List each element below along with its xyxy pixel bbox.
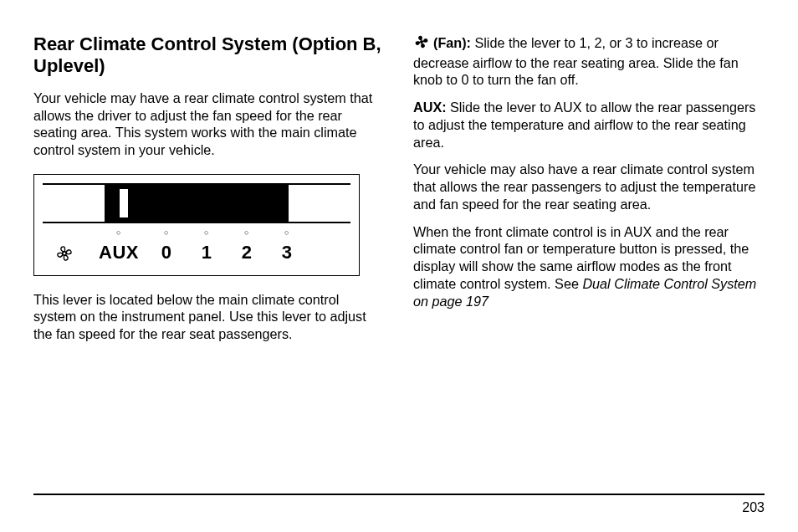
aux-mode-paragraph: When the front climate control is in AUX… (413, 223, 765, 310)
left-column: Rear Climate Control System (Option B, U… (33, 33, 385, 494)
pos-0-text: 0 (161, 242, 172, 263)
svg-point-1 (420, 40, 423, 43)
scale-pos-0: ○ 0 (146, 242, 187, 263)
pos-3-text: 3 (282, 242, 293, 263)
aux-text: Slide the lever to AUX to allow the rear… (413, 100, 755, 149)
slider-knob (120, 189, 128, 217)
fan-label: (Fan): (433, 35, 471, 50)
right-column: (Fan): Slide the lever to 1, 2, or 3 to … (413, 33, 765, 494)
scale-row: ○ AUX ○ 0 ○ 1 ○ 2 (43, 242, 350, 263)
scale-pos-2: ○ 2 (227, 242, 267, 263)
detent-mark: ○ (146, 228, 187, 237)
scale-pos-3: ○ 3 (267, 242, 307, 263)
pos-1-text: 1 (202, 242, 212, 263)
aux-paragraph: AUX: Slide the lever to AUX to allow the… (413, 99, 765, 151)
detent-mark: ○ (187, 228, 227, 237)
fan-icon (48, 243, 81, 263)
rear-system-paragraph: Your vehicle may also have a rear climat… (413, 161, 765, 212)
track-black-center (105, 185, 289, 222)
scale-aux-label: ○ AUX (91, 242, 146, 263)
track-white-left (43, 185, 105, 222)
page-footer: 203 (33, 494, 765, 515)
aux-text: AUX (99, 242, 139, 263)
track-white-right (289, 185, 350, 222)
scale-pos-1: ○ 1 (187, 242, 227, 263)
page-number: 203 (742, 500, 765, 514)
aux-label: AUX: (413, 100, 447, 115)
two-column-layout: Rear Climate Control System (Option B, U… (33, 33, 765, 494)
detent-mark: ○ (267, 228, 307, 237)
intro-paragraph: Your vehicle may have a rear climate con… (33, 90, 385, 159)
lever-location-paragraph: This lever is located below the main cli… (33, 291, 385, 343)
fan-paragraph: (Fan): Slide the lever to 1, 2, or 3 to … (413, 33, 765, 89)
fan-icon (413, 33, 430, 54)
detent-mark: ○ (227, 228, 267, 237)
lever-diagram: ○ AUX ○ 0 ○ 1 ○ 2 (33, 174, 360, 276)
slider-track (43, 183, 350, 223)
manual-page: Rear Climate Control System (Option B, U… (0, 0, 798, 532)
pos-2-text: 2 (242, 242, 253, 263)
detent-mark: ○ (91, 228, 146, 237)
section-heading: Rear Climate Control System (Option B, U… (33, 33, 385, 78)
